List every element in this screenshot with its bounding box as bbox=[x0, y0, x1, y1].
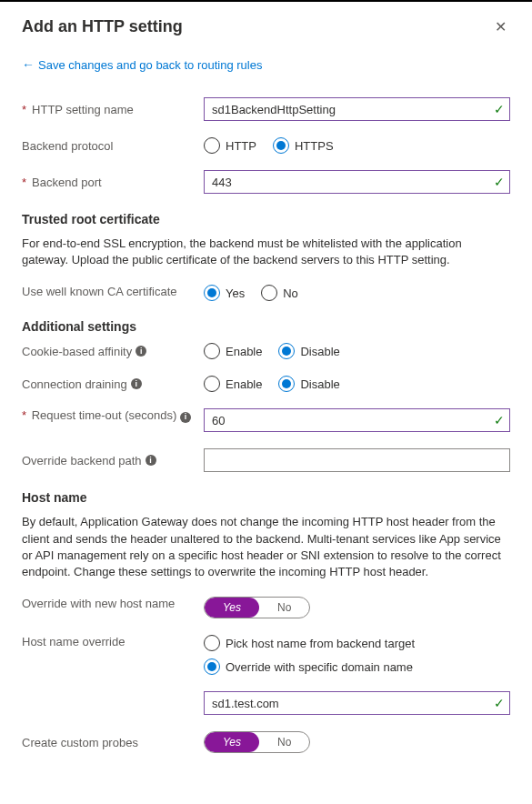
info-icon[interactable]: i bbox=[136, 346, 146, 357]
row-host-name-override: Host name override Pick host name from b… bbox=[22, 635, 510, 675]
radio-icon bbox=[204, 285, 220, 301]
radio-drain-disable[interactable]: Disable bbox=[278, 376, 339, 392]
row-well-known-ca: Use well known CA certificate Yes No bbox=[22, 285, 510, 301]
radio-specific-domain[interactable]: Override with specific domain name bbox=[204, 658, 413, 675]
label-well-known-ca: Use well known CA certificate bbox=[22, 285, 204, 300]
radio-ca-no[interactable]: No bbox=[261, 285, 298, 301]
radio-drain-enable[interactable]: Enable bbox=[204, 376, 262, 392]
row-backend-port: * Backend port ✓ bbox=[22, 170, 510, 194]
toggle-yes[interactable]: Yes bbox=[205, 732, 259, 752]
row-cookie-affinity: Cookie-based affinity i Enable Disable bbox=[22, 343, 510, 359]
row-request-timeout: * Request time-out (seconds) i ✓ bbox=[22, 408, 510, 432]
label-request-timeout: * Request time-out (seconds) i bbox=[22, 408, 204, 424]
http-setting-name-input[interactable] bbox=[204, 97, 510, 121]
info-icon[interactable]: i bbox=[146, 455, 156, 466]
toggle-yes[interactable]: Yes bbox=[205, 598, 259, 618]
panel-header: Add an HTTP setting ✕ bbox=[22, 2, 510, 57]
toggle-override-host[interactable]: Yes No bbox=[204, 597, 310, 618]
info-icon[interactable]: i bbox=[131, 378, 142, 389]
row-domain-input: ✓ bbox=[22, 691, 510, 715]
row-custom-probes: Create custom probes Yes No bbox=[22, 731, 510, 753]
request-timeout-input[interactable] bbox=[204, 408, 510, 432]
desc-trusted-root: For end-to-end SSL encryption, the backe… bbox=[22, 236, 510, 268]
toggle-no[interactable]: No bbox=[259, 598, 309, 618]
heading-trusted-root: Trusted root certificate bbox=[22, 212, 510, 226]
radio-icon bbox=[278, 376, 295, 392]
radio-pick-backend[interactable]: Pick host name from backend target bbox=[204, 635, 415, 651]
radio-cookie-enable[interactable]: Enable bbox=[204, 343, 262, 359]
row-http-setting-name: * HTTP setting name ✓ bbox=[22, 97, 510, 121]
label-cookie-affinity: Cookie-based affinity i bbox=[22, 345, 204, 358]
backend-port-input[interactable] bbox=[204, 170, 510, 194]
row-override-backend-path: Override backend path i bbox=[22, 448, 510, 472]
override-backend-path-input[interactable] bbox=[204, 448, 510, 472]
radio-icon bbox=[204, 658, 220, 675]
radio-icon bbox=[273, 137, 289, 154]
label-host-name-override: Host name override bbox=[22, 635, 204, 648]
radio-icon bbox=[204, 137, 220, 154]
heading-host-name: Host name bbox=[22, 490, 510, 505]
back-link[interactable]: ← Save changes and go back to routing ru… bbox=[22, 57, 262, 72]
label-http-setting-name: * HTTP setting name bbox=[22, 103, 204, 116]
label-backend-protocol: Backend protocol bbox=[22, 139, 204, 153]
radio-cookie-disable[interactable]: Disable bbox=[278, 343, 339, 359]
label-connection-draining: Connection draining i bbox=[22, 377, 204, 391]
label-override-backend-path: Override backend path i bbox=[22, 454, 204, 467]
radio-protocol-https[interactable]: HTTPS bbox=[273, 137, 334, 154]
label-backend-port: * Backend port bbox=[22, 176, 204, 189]
arrow-left-icon: ← bbox=[22, 57, 35, 72]
radio-icon bbox=[204, 635, 220, 651]
row-override-new-host: Override with new host name Yes No bbox=[22, 597, 510, 618]
radio-protocol-http[interactable]: HTTP bbox=[204, 137, 256, 154]
close-icon[interactable]: ✕ bbox=[491, 15, 510, 39]
radio-icon bbox=[204, 376, 220, 392]
heading-additional: Additional settings bbox=[22, 319, 510, 334]
radio-icon bbox=[278, 343, 295, 359]
row-backend-protocol: Backend protocol HTTP HTTPS bbox=[22, 137, 510, 154]
toggle-no[interactable]: No bbox=[259, 732, 309, 752]
info-icon[interactable]: i bbox=[180, 412, 191, 423]
radio-icon bbox=[261, 285, 277, 301]
domain-name-input[interactable] bbox=[204, 691, 510, 715]
toggle-custom-probes[interactable]: Yes No bbox=[204, 731, 310, 753]
desc-host-name: By default, Application Gateway does not… bbox=[22, 514, 510, 580]
panel-title: Add an HTTP setting bbox=[22, 17, 183, 36]
label-custom-probes: Create custom probes bbox=[22, 736, 204, 749]
row-connection-draining: Connection draining i Enable Disable bbox=[22, 376, 510, 392]
back-link-text: Save changes and go back to routing rule… bbox=[38, 58, 262, 72]
label-override-new-host: Override with new host name bbox=[22, 597, 204, 612]
radio-icon bbox=[204, 343, 220, 359]
radio-ca-yes[interactable]: Yes bbox=[204, 285, 245, 301]
http-setting-panel: Add an HTTP setting ✕ ← Save changes and… bbox=[0, 0, 532, 791]
